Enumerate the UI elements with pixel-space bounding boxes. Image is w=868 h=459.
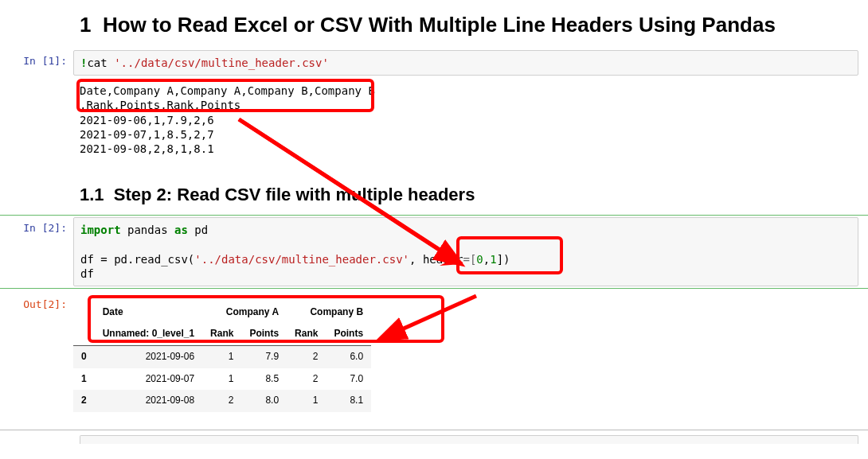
cell-date: 2021-09-08 xyxy=(95,390,202,412)
n1: 1 xyxy=(490,253,496,266)
mod-pandas: pandas xyxy=(127,224,168,236)
row-idx: 0 xyxy=(73,346,95,368)
df-sub-1: Rank xyxy=(202,323,241,345)
cell-b-pts: 8.1 xyxy=(326,390,371,412)
row-idx: 1 xyxy=(73,368,95,391)
cell-b-rank: 2 xyxy=(287,368,326,391)
section-number: 1 xyxy=(80,13,91,37)
df-top-2: Company B xyxy=(287,301,371,324)
cell-b-rank: 1 xyxy=(287,390,326,412)
cell-b-rank: 2 xyxy=(287,346,326,368)
notebook: 1 How to Read Excel or CSV With Multiple… xyxy=(0,0,868,459)
subsection-title: 1.1 Step 2: Read CSV file with multiple … xyxy=(80,185,868,205)
row-idx: 2 xyxy=(73,390,95,412)
input-prompt-2: In [2]: xyxy=(0,217,73,234)
csv-line-2: 2021-09-06,1,7.9,2,6 xyxy=(80,114,214,126)
df-sub-0: Unnamed: 0_level_1 xyxy=(95,323,202,345)
csv-line-3: 2021-09-07,1,8.5,2,7 xyxy=(80,128,214,141)
table-row: 0 2021-09-06 1 7.9 2 6.0 xyxy=(73,346,371,368)
df-top-1: Company A xyxy=(202,301,287,324)
section-title: How to Read Excel or CSV With Multiple L… xyxy=(103,13,776,37)
cell-a-pts: 8.0 xyxy=(241,390,287,412)
cell-b-pts: 7.0 xyxy=(326,368,371,391)
output-cell-1: Date,Company A,Company A,Company B,Compa… xyxy=(0,77,868,162)
input-prompt-1: In [1]: xyxy=(0,50,73,67)
cell-b-pts: 6.0 xyxy=(326,346,371,368)
path-literal-1: '../data/csv/multine_header.csv' xyxy=(114,56,329,69)
dataframe-table: Date Company A Company B Unnamed: 0_leve… xyxy=(73,301,371,412)
table-row: 1 2021-09-07 1 8.5 2 7.0 xyxy=(73,368,371,391)
subsection-text: Step 2: Read CSV file with multiple head… xyxy=(114,185,475,204)
output-cell-2: Out[2]: Date Company A Company B Unnamed… xyxy=(0,292,868,418)
cell-a-pts: 8.5 xyxy=(241,368,287,391)
next-cell-stub xyxy=(80,435,858,444)
kw-import: import xyxy=(80,224,121,236)
code-input-1[interactable]: !cat '../data/csv/multine_header.csv' xyxy=(73,50,858,76)
kw-header: header xyxy=(423,253,463,266)
csv-line-1: ,Rank,Points,Rank,Points xyxy=(80,99,240,111)
cell-a-pts: 7.9 xyxy=(241,346,287,368)
table-row: 2 2021-09-08 2 8.0 1 8.1 xyxy=(73,390,371,412)
cell-a-rank: 1 xyxy=(202,368,241,391)
subsection-number: 1.1 xyxy=(80,185,104,204)
separator xyxy=(0,430,868,430)
last-expr: df xyxy=(80,267,94,280)
path-literal-2: '../data/csv/multine_header.csv' xyxy=(194,253,409,266)
kw-as: as xyxy=(174,224,188,236)
cell-a-rank: 1 xyxy=(202,346,241,368)
output-prompt-blank-1 xyxy=(0,79,73,84)
cell-date: 2021-09-06 xyxy=(95,346,202,368)
code-cell-1: In [1]: !cat '../data/csv/multine_header… xyxy=(0,49,868,77)
output-prompt-2: Out[2]: xyxy=(0,294,73,310)
output-text-1: Date,Company A,Company A,Company B,Compa… xyxy=(73,79,868,161)
page-title: 1 How to Read Excel or CSV With Multiple… xyxy=(80,13,868,37)
cell-date: 2021-09-07 xyxy=(95,368,202,391)
cell-a-rank: 2 xyxy=(202,390,241,412)
output-dataframe: Date Company A Company B Unnamed: 0_leve… xyxy=(73,294,868,417)
eq-bracket: =[ xyxy=(463,253,476,266)
csv-line-0: Date,Company A,Company A,Company B,Compa… xyxy=(80,84,375,97)
df-sub-2: Points xyxy=(241,323,287,345)
assign: df = pd.read_csv( xyxy=(80,253,194,266)
df-top-0: Date xyxy=(95,301,202,324)
code-input-2[interactable]: import pandas as pd df = pd.read_csv('..… xyxy=(73,217,858,286)
c2: , xyxy=(483,253,490,266)
code-cell-2: In [2]: import pandas as pd df = pd.read… xyxy=(0,215,868,289)
close: ]) xyxy=(497,253,510,266)
alias-pd: pd xyxy=(194,224,208,236)
df-sub-3: Rank xyxy=(287,323,326,345)
n0: 0 xyxy=(476,253,483,266)
cmd-cat: cat xyxy=(87,56,107,69)
comma: , xyxy=(409,253,423,266)
csv-line-4: 2021-09-08,2,8,1,8.1 xyxy=(80,142,214,155)
df-sub-4: Points xyxy=(326,323,371,345)
